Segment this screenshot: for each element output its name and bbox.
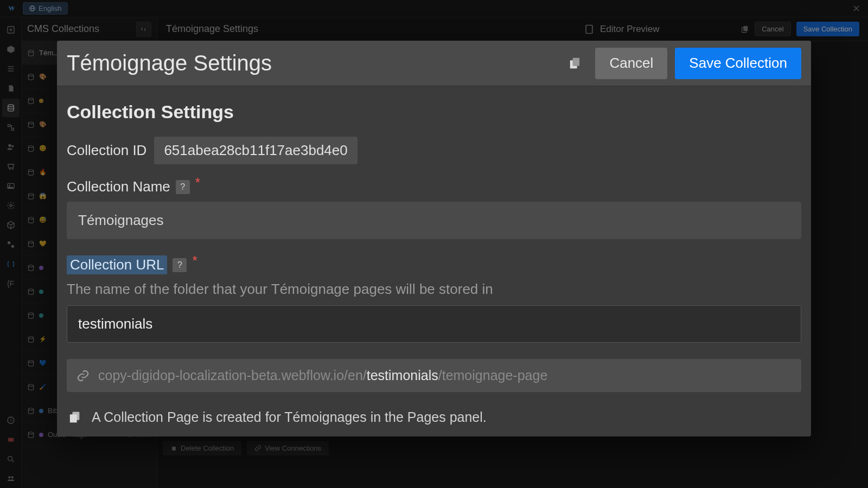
collaborators-icon <box>67 435 82 437</box>
info-page-created: A Collection Page is created for Témoign… <box>67 409 801 425</box>
help-icon[interactable]: ? <box>176 180 190 194</box>
save-collection-button[interactable]: Save Collection <box>675 48 801 79</box>
modal-title: Témoignage Settings <box>67 51 554 75</box>
section-title: Collection Settings <box>67 101 801 123</box>
svg-rect-46 <box>70 414 77 422</box>
info-text: Collaborators can create and edit Témoig… <box>92 435 456 436</box>
collection-url-label: Collection URL <box>67 255 167 274</box>
url-preview: copy-digidop-localization-beta.webflow.i… <box>67 359 801 392</box>
link-icon <box>76 369 90 382</box>
collection-id-label: Collection ID <box>67 142 146 159</box>
required-indicator: * <box>195 175 200 190</box>
collection-url-input[interactable] <box>67 305 801 343</box>
collection-name-label: Collection Name <box>67 178 170 195</box>
required-indicator: * <box>192 253 197 268</box>
collection-id-value[interactable]: 651abea28cb11f17ae3bd4e0 <box>154 137 357 164</box>
info-text: A Collection Page is created for Témoign… <box>92 409 487 425</box>
collection-url-label-row: Collection URL ? * <box>67 255 801 274</box>
modal-header: Témoignage Settings Cancel Save Collecti… <box>57 41 811 86</box>
cancel-button[interactable]: Cancel <box>595 48 667 79</box>
pages-icon <box>67 410 82 425</box>
modal-body: Collection Settings Collection ID 651abe… <box>57 86 811 436</box>
collection-url-help: The name of the folder that your Témoign… <box>67 281 801 298</box>
help-icon[interactable]: ? <box>173 258 187 272</box>
svg-rect-44 <box>573 57 580 66</box>
collection-name-input[interactable] <box>67 202 801 239</box>
settings-modal: Témoignage Settings Cancel Save Collecti… <box>57 41 811 436</box>
url-preview-text: copy-digidop-localization-beta.webflow.i… <box>98 368 547 383</box>
duplicate-button[interactable] <box>561 50 588 76</box>
info-collaborators: Collaborators can create and edit Témoig… <box>67 435 801 436</box>
collection-id-row: Collection ID 651abea28cb11f17ae3bd4e0 <box>67 137 801 164</box>
duplicate-icon <box>567 56 582 71</box>
collection-name-label-row: Collection Name ? * <box>67 178 801 195</box>
